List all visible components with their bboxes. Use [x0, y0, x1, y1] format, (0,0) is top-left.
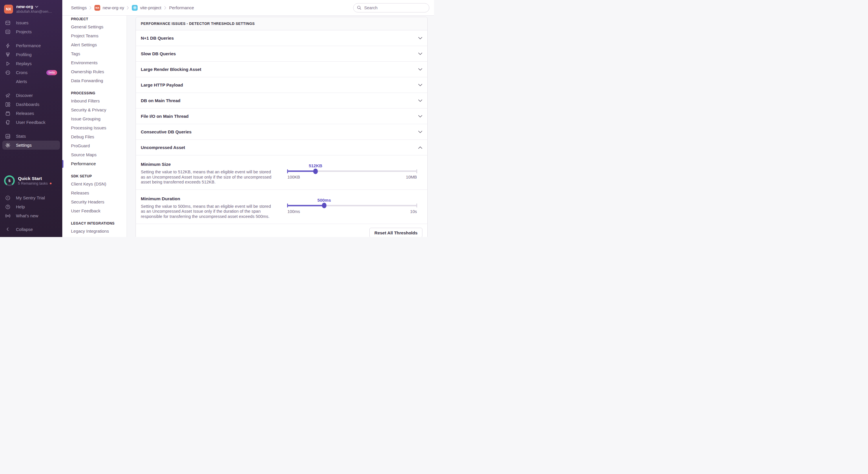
breadcrumb-label: Settings — [71, 5, 87, 10]
breadcrumb-item-vite-project[interactable]: vite-project — [132, 5, 161, 11]
detector-label: File I/O on Main Thread — [141, 114, 189, 118]
org-badge: NX — [94, 5, 100, 11]
settings-nav-item-legacy-integrations[interactable]: Legacy Integrations — [71, 229, 124, 234]
org-switcher[interactable]: NX new-org abdullah.khan@sen… — [0, 0, 62, 15]
sidebar-item-projects[interactable]: Projects — [2, 27, 60, 36]
sidebar-item-label: Replays — [16, 61, 32, 66]
detector-row-large-render-blocking-asset[interactable]: Large Render Blocking Asset — [136, 62, 427, 77]
settings-nav-item-user-feedback[interactable]: User Feedback — [71, 208, 124, 213]
sidebar-item-help[interactable]: Help — [2, 202, 60, 211]
detector-row-n-1-db-queries[interactable]: N+1 DB Queries — [136, 30, 427, 46]
sidebar-group: IssuesProjects — [0, 18, 62, 36]
settings-nav-item-source-maps[interactable]: Source Maps — [71, 152, 124, 158]
quick-start-title: Quick Start — [18, 176, 52, 181]
detector-label: Large Render Blocking Asset — [141, 67, 202, 72]
sidebar-item-alerts[interactable]: Alerts — [2, 77, 60, 86]
releases-icon — [5, 111, 10, 116]
main-sidebar: NX new-org abdullah.khan@sen… IssuesProj… — [0, 0, 62, 237]
search-icon — [357, 5, 361, 10]
slider-track[interactable] — [287, 205, 417, 206]
slider-min-label: 100ms — [287, 209, 300, 214]
breadcrumb-item-new-org-xy[interactable]: NXnew-org-xy — [94, 5, 124, 11]
detector-row-consecutive-db-queries[interactable]: Consecutive DB Queries — [136, 124, 427, 140]
settings-nav-item-performance[interactable]: Performance — [71, 161, 124, 166]
sidebar-spacer — [0, 149, 62, 175]
sidebar-collapse-button[interactable]: Collapse — [2, 225, 60, 234]
settings-nav-item-issue-grouping[interactable]: Issue Grouping — [71, 116, 124, 122]
sidebar-item-discover[interactable]: Discover — [2, 91, 60, 100]
settings-nav-item-general-settings[interactable]: General Settings — [71, 24, 124, 30]
sidebar-item-settings[interactable]: Settings — [2, 141, 60, 149]
settings-nav-item-processing-issues[interactable]: Processing Issues — [71, 125, 124, 131]
slider-value-label: 512KB — [309, 163, 322, 168]
user-feedback-icon — [5, 120, 10, 125]
chevron-left-icon — [5, 227, 10, 232]
settings-nav-item-ownership-rules[interactable]: Ownership Rules — [71, 69, 124, 74]
sidebar-item-stats[interactable]: Stats — [2, 132, 60, 141]
sidebar-item-what-s-new[interactable]: What's new — [2, 211, 60, 220]
detector-label: N+1 DB Queries — [141, 36, 174, 40]
settings-nav-item-tags[interactable]: Tags — [71, 51, 124, 57]
org-avatar: NX — [4, 5, 13, 13]
settings-nav-item-environments[interactable]: Environments — [71, 60, 124, 65]
settings-nav-item-proguard[interactable]: ProGuard — [71, 143, 124, 148]
sidebar-item-crons[interactable]: Cronsbeta — [2, 68, 60, 77]
slider-min-label: 100KB — [287, 175, 300, 179]
detector-row-large-http-payload[interactable]: Large HTTP Payload — [136, 77, 427, 93]
breadcrumb-item-settings[interactable]: Settings — [71, 5, 87, 10]
beta-badge: beta — [46, 70, 57, 75]
detector-row-slow-db-queries[interactable]: Slow DB Queries — [136, 46, 427, 62]
settings-nav-section-title: PROCESSING — [71, 91, 124, 95]
detector-label: Slow DB Queries — [141, 51, 176, 56]
breadcrumb-label: Performance — [169, 5, 194, 10]
quick-start-subtitle: 5 Remaining tasks — [18, 181, 48, 186]
settings-nav-item-debug-files[interactable]: Debug Files — [71, 134, 124, 139]
slider-track[interactable] — [287, 170, 417, 172]
sidebar-item-label: Alerts — [16, 79, 27, 84]
quick-start-panel[interactable]: 5 Quick Start 5 Remaining tasks — [2, 175, 60, 186]
sidebar-item-label: Settings — [16, 142, 32, 148]
settings-nav-item-inbound-filters[interactable]: Inbound Filters — [71, 98, 124, 104]
settings-nav-item-data-forwarding[interactable]: Data Forwarding — [71, 78, 124, 83]
sidebar-item-label: Performance — [16, 43, 41, 48]
breadcrumb-item-performance[interactable]: Performance — [169, 5, 194, 10]
sidebar-item-performance[interactable]: Performance — [2, 41, 60, 50]
settings-nav-item-project-teams[interactable]: Project Teams — [71, 33, 124, 38]
settings-nav-item-releases[interactable]: Releases — [71, 191, 124, 196]
detector-label: Large HTTP Payload — [141, 82, 183, 88]
chevron-down-icon — [418, 68, 423, 71]
stats-icon — [5, 134, 10, 139]
sidebar-item-releases[interactable]: Releases — [2, 109, 60, 118]
settings-nav-section-title: LEGACY INTEGRATIONS — [71, 222, 124, 226]
slider-thumb[interactable] — [313, 168, 318, 174]
slider-max-label: 10MB — [406, 175, 417, 179]
detector-row-uncompressed-asset[interactable]: Uncompressed Asset — [136, 140, 427, 156]
detector-row-file-i-o-on-main-thread[interactable]: File I/O on Main Thread — [136, 108, 427, 124]
settings-nav-item-security-headers[interactable]: Security Headers — [71, 199, 124, 205]
sidebar-item-user-feedback[interactable]: User Feedback — [2, 118, 60, 127]
breadcrumb-separator-icon — [127, 6, 129, 9]
search-input[interactable] — [364, 5, 426, 10]
sidebar-item-replays[interactable]: Replays — [2, 59, 60, 68]
chevron-down-icon — [418, 53, 423, 55]
detector-row-db-on-main-thread[interactable]: DB on Main Thread — [136, 93, 427, 108]
chevron-down-icon — [35, 6, 38, 8]
settings-nav-item-alert-settings[interactable]: Alert Settings — [71, 42, 124, 47]
search-box[interactable] — [353, 3, 429, 12]
sidebar-item-label: Discover — [16, 93, 33, 98]
chevron-down-icon — [418, 99, 423, 102]
settings-nav-item-client-keys-dsn[interactable]: Client Keys (DSN) — [71, 181, 124, 187]
detector-threshold-panel: PERFORMANCE ISSUES - DETECTOR THRESHOLD … — [135, 17, 428, 237]
sidebar-item-profiling[interactable]: Profiling — [2, 50, 60, 59]
threshold-field-text: Minimum DurationSetting the value to 500… — [141, 194, 275, 219]
sidebar-item-my-sentry-trial[interactable]: My Sentry Trial — [2, 193, 60, 202]
settings-nav-section-title: PROJECT — [71, 17, 124, 21]
sidebar-item-dashboards[interactable]: Dashboards — [2, 100, 60, 109]
gear-icon — [5, 143, 10, 148]
sidebar-group: PerformanceProfilingReplaysCronsbetaAler… — [0, 41, 62, 86]
sidebar-item-issues[interactable]: Issues — [2, 18, 60, 27]
sidebar-footer-nav: My Sentry TrialHelpWhat's new — [0, 191, 62, 220]
slider-thumb[interactable] — [322, 203, 327, 208]
settings-nav-item-security-privacy[interactable]: Security & Privacy — [71, 107, 124, 112]
reset-all-thresholds-button[interactable]: Reset All Thresholds — [369, 228, 423, 237]
